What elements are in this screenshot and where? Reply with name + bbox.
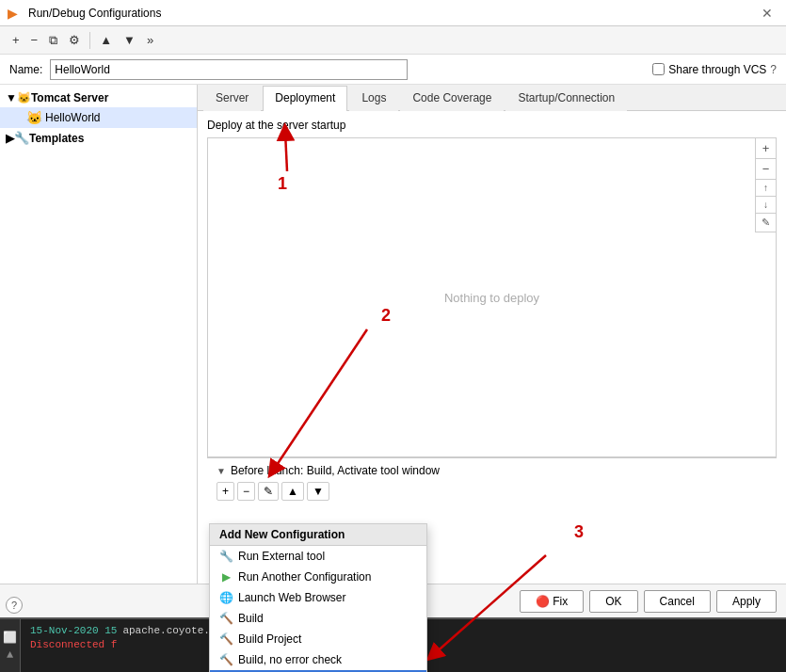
log-sidebar-icon1[interactable]: ⬜ (3, 631, 17, 645)
dialog-icon: ▶ (8, 6, 23, 21)
build-label: Build (238, 612, 264, 625)
tab-content-deployment: Deploy at the server startup + − ↑ ↓ ✎ N… (198, 111, 786, 584)
run-debug-dialog: ▶ Run/Debug Configurations ✕ + − ⧉ ⚙ ▲ ▼… (0, 0, 786, 672)
tab-startup-connection[interactable]: Startup/Connection (505, 86, 627, 111)
before-launch-section: ▼ Before launch: Build, Activate tool wi… (207, 457, 777, 510)
tab-code-coverage[interactable]: Code Coverage (400, 86, 504, 111)
share-label: Share through VCS (668, 63, 766, 76)
deploy-area: + − ↑ ↓ ✎ Nothing to deploy (207, 137, 777, 457)
body-row: ▼ 🐱 Tomcat Server 🐱 HelloWorld ▶ 🔧 Templ… (0, 85, 786, 584)
bl-up-btn[interactable]: ▲ (281, 482, 304, 501)
sidebar: ▼ 🐱 Tomcat Server 🐱 HelloWorld ▶ 🔧 Templ… (0, 85, 198, 584)
bl-edit-btn[interactable]: ✎ (258, 482, 279, 501)
dropdown-title: Add New Configuration (210, 524, 426, 546)
nothing-to-deploy-text: Nothing to deploy (208, 138, 776, 456)
move-down-button[interactable]: ▼ (119, 30, 140, 50)
run-another-config-label: Run Another Configuration (238, 570, 371, 584)
main-toolbar: + − ⧉ ⚙ ▲ ▼ » (0, 26, 786, 55)
tabs-bar: Server Deployment Logs Code Coverage Sta… (198, 85, 786, 111)
more-button[interactable]: » (142, 30, 158, 50)
remove-config-button[interactable]: − (26, 30, 43, 50)
run-another-config-icon: ▶ (219, 570, 233, 584)
bl-add-btn[interactable]: + (217, 482, 234, 501)
build-project-label: Build Project (238, 632, 301, 646)
launch-web-browser-label: Launch Web Browser (238, 591, 346, 604)
sidebar-group-templates[interactable]: ▶ 🔧 Templates (0, 128, 197, 148)
log-text-2: Disconnected f (30, 639, 117, 650)
tomcat-expander: ▼ (6, 91, 17, 104)
name-label: Name: (9, 63, 42, 76)
log-sidebar: ⬜ ▲ (0, 619, 21, 672)
fix-button[interactable]: 🔴 Fix (520, 590, 584, 613)
apply-button[interactable]: Apply (716, 590, 777, 613)
bl-down-btn[interactable]: ▼ (307, 482, 329, 501)
help-button[interactable]: ? (6, 597, 23, 614)
deploy-label: Deploy at the server startup (207, 119, 777, 132)
launch-web-browser-icon: 🌐 (219, 591, 233, 604)
sidebar-tomcat-label: Tomcat Server (31, 91, 108, 104)
share-checkbox[interactable] (652, 63, 665, 75)
dropdown-item-launch-web-browser[interactable]: 🌐 Launch Web Browser (210, 587, 426, 608)
share-checkbox-area: Share through VCS ? (652, 63, 777, 76)
tomcat-icon: 🐱 (17, 91, 31, 104)
build-project-icon: 🔨 (219, 632, 233, 646)
settings-button[interactable]: ⚙ (64, 30, 85, 50)
share-help-icon[interactable]: ? (770, 63, 777, 76)
collapse-icon[interactable]: ▼ (217, 466, 226, 476)
before-launch-header: ▼ Before launch: Build, Activate tool wi… (217, 464, 767, 477)
run-external-tool-icon: 🔧 (219, 550, 233, 563)
build-icon: 🔨 (219, 612, 233, 625)
run-external-tool-label: Run External tool (238, 550, 325, 563)
add-config-button[interactable]: + (8, 30, 24, 50)
build-no-error-icon: 🔨 (219, 653, 233, 666)
cancel-button[interactable]: Cancel (644, 590, 711, 613)
bl-remove-btn[interactable]: − (237, 482, 255, 501)
right-panel: Server Deployment Logs Code Coverage Sta… (198, 85, 786, 584)
sidebar-helloworld-label: HelloWorld (45, 111, 100, 124)
copy-config-button[interactable]: ⧉ (44, 30, 62, 51)
tab-logs[interactable]: Logs (349, 86, 398, 111)
log-timestamp-1: 15-Nov-2020 15 (30, 625, 117, 636)
deploy-edit-btn[interactable]: ✎ (756, 214, 776, 232)
title-bar: ▶ Run/Debug Configurations ✕ (0, 0, 786, 26)
build-no-error-label: Build, no error check (238, 653, 342, 666)
tab-deployment[interactable]: Deployment (263, 86, 347, 111)
dropdown-item-build-project[interactable]: 🔨 Build Project (210, 629, 426, 649)
name-input[interactable] (50, 59, 408, 80)
deploy-up-btn[interactable]: ↑ (756, 180, 776, 197)
templates-expander: ▶ (6, 132, 14, 145)
move-up-button[interactable]: ▲ (95, 30, 117, 50)
add-new-config-dropdown: Add New Configuration 🔧 Run External too… (209, 523, 427, 672)
name-row: Name: Share through VCS ? (0, 55, 786, 85)
dialog-title: Run/Debug Configurations (28, 7, 756, 20)
before-launch-label: Before launch: Build, Activate tool wind… (231, 464, 440, 477)
deploy-side-toolbar: + − ↑ ↓ ✎ (755, 138, 776, 232)
toolbar-separator (89, 32, 90, 49)
dropdown-item-build-no-error[interactable]: 🔨 Build, no error check (210, 649, 426, 670)
sidebar-templates-label: Templates (29, 132, 84, 145)
templates-icon: 🔧 (14, 131, 29, 145)
before-launch-toolbar: + − ✎ ▲ ▼ (217, 482, 767, 501)
sidebar-item-helloworld[interactable]: 🐱 HelloWorld (0, 107, 197, 128)
dropdown-item-run-external-tool[interactable]: 🔧 Run External tool (210, 546, 426, 567)
sidebar-group-tomcat[interactable]: ▼ 🐱 Tomcat Server (0, 88, 197, 107)
dropdown-item-build[interactable]: 🔨 Build (210, 608, 426, 629)
helloworld-icon: 🐱 (26, 110, 41, 125)
close-button[interactable]: ✕ (756, 4, 778, 23)
deploy-remove-btn[interactable]: − (756, 159, 776, 180)
log-sidebar-icon2[interactable]: ▲ (7, 648, 13, 662)
deploy-add-btn[interactable]: + (756, 138, 776, 159)
ok-button[interactable]: OK (589, 590, 637, 613)
tab-server[interactable]: Server (203, 86, 261, 111)
dropdown-item-run-another-config[interactable]: ▶ Run Another Configuration (210, 567, 426, 587)
deploy-down-btn[interactable]: ↓ (756, 197, 776, 214)
